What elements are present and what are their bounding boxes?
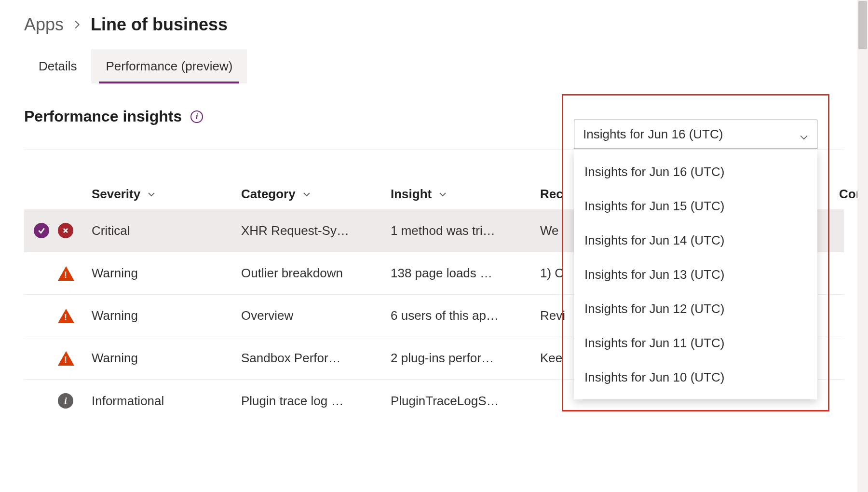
cell-severity: Warning: [92, 351, 241, 366]
cell-insight: 138 page loads …: [391, 266, 540, 281]
warning-icon: [58, 309, 74, 323]
cell-severity: Critical: [92, 223, 241, 238]
section-title: Performance insights: [24, 108, 182, 125]
cell-insight: 2 plug-ins perfor…: [391, 351, 540, 366]
date-dropdown-list: Insights for Jun 16 (UTC) Insights for J…: [574, 150, 817, 399]
column-insight[interactable]: Insight: [391, 187, 432, 201]
cell-insight: 1 method was tri…: [391, 223, 540, 238]
page-title: Line of business: [91, 14, 228, 35]
date-dropdown[interactable]: Insights for Jun 16 (UTC): [574, 120, 817, 149]
chevron-right-icon: [72, 16, 82, 33]
cell-category: XHR Request-Sy…: [241, 223, 391, 238]
dropdown-option[interactable]: Insights for Jun 12 (UTC): [574, 292, 817, 326]
dropdown-option[interactable]: Insights for Jun 13 (UTC): [574, 258, 817, 292]
tab-list: Details Performance (preview): [24, 49, 844, 83]
chevron-down-icon: [800, 130, 808, 139]
row-selected-icon[interactable]: [34, 223, 49, 238]
date-dropdown-value: Insights for Jun 16 (UTC): [583, 127, 723, 142]
cell-severity: Warning: [92, 266, 241, 281]
dropdown-option[interactable]: Insights for Jun 15 (UTC): [574, 189, 817, 223]
cell-category: Sandbox Perfor…: [241, 351, 391, 366]
warning-icon: [58, 351, 74, 366]
cell-category: Outlier breakdown: [241, 266, 391, 281]
info-icon[interactable]: i: [190, 110, 203, 123]
critical-icon: [58, 223, 73, 238]
cell-insight: PluginTraceLogS…: [391, 394, 540, 409]
cell-severity: Informational: [92, 394, 241, 409]
scrollbar-thumb[interactable]: [858, 1, 867, 49]
column-category[interactable]: Category: [241, 187, 296, 201]
chevron-down-icon: [303, 187, 311, 194]
cell-insight: 6 users of this ap…: [391, 308, 540, 323]
tab-details[interactable]: Details: [24, 49, 91, 83]
chevron-down-icon: [148, 187, 155, 194]
breadcrumb: Apps Line of business: [24, 14, 844, 35]
dropdown-option[interactable]: Insights for Jun 11 (UTC): [574, 326, 817, 360]
dropdown-option[interactable]: Insights for Jun 14 (UTC): [574, 223, 817, 258]
warning-icon: [58, 266, 74, 281]
column-severity[interactable]: Severity: [92, 187, 140, 201]
chevron-down-icon: [439, 187, 447, 194]
date-dropdown-highlight: Insights for Jun 16 (UTC) Insights for J…: [562, 94, 829, 411]
vertical-scrollbar[interactable]: [857, 0, 868, 492]
cell-severity: Warning: [92, 308, 241, 323]
dropdown-option[interactable]: Insights for Jun 10 (UTC): [574, 360, 817, 395]
column-recommendation[interactable]: Rec: [540, 187, 563, 201]
breadcrumb-root[interactable]: Apps: [24, 14, 64, 35]
tab-performance[interactable]: Performance (preview): [91, 49, 247, 83]
cell-category: Overview: [241, 308, 391, 323]
dropdown-option[interactable]: Insights for Jun 16 (UTC): [574, 155, 817, 189]
info-severity-icon: i: [58, 393, 73, 409]
cell-category: Plugin trace log …: [241, 394, 391, 409]
